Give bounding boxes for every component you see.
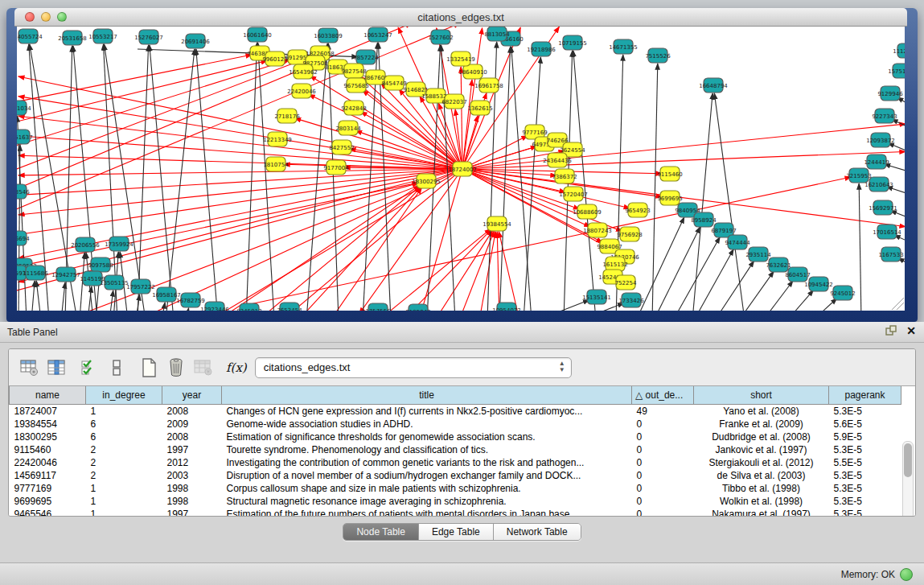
column-header-pagerank[interactable]: pagerank	[829, 386, 901, 405]
table-row[interactable]: 1938455462009Genome-wide association stu…	[10, 418, 901, 431]
graph-node[interactable]: 1167533	[878, 247, 903, 262]
graph-node[interactable]: 16648794	[699, 78, 728, 93]
graph-node[interactable]: 14055724	[17, 29, 43, 43]
graph-node[interactable]: 9097588	[88, 257, 113, 272]
graph-node[interactable]: 1615132	[602, 257, 627, 271]
graph-node[interactable]: 2051637	[17, 130, 33, 144]
graph-node[interactable]: 752254	[615, 275, 637, 290]
column-header-year[interactable]: year	[162, 386, 222, 405]
graph-node[interactable]: 16061640	[243, 27, 272, 42]
graph-node[interactable]: 7515526	[645, 48, 671, 63]
graph-node[interactable]: 15720407	[559, 187, 588, 201]
graph-node[interactable]: 1362615	[467, 101, 492, 115]
graph-node[interactable]: 1115686	[23, 266, 48, 280]
graph-node[interactable]: 8245012	[236, 303, 261, 311]
tab-edge-table[interactable]: Edge Table	[419, 524, 494, 540]
table-row[interactable]: 911546021997Tourette syndrome. Phenomeno…	[10, 443, 901, 456]
delete-column-icon[interactable]	[165, 356, 187, 380]
delete-table-icon[interactable]	[192, 356, 215, 380]
graph-node[interactable]: 9177004	[323, 160, 349, 175]
graph-node[interactable]: 9227343	[872, 109, 897, 123]
graph-node[interactable]: 10945422	[804, 277, 833, 291]
graph-node[interactable]: 9115460	[657, 167, 682, 181]
graph-node[interactable]: 17359924	[105, 237, 133, 251]
row-selection-icon[interactable]	[78, 356, 101, 380]
tab-network-table[interactable]: Network Table	[494, 524, 581, 540]
graph-node[interactable]: 9245012	[830, 286, 855, 300]
table-row[interactable]: 1456911722003Disruption of a novel membe…	[10, 469, 901, 482]
graph-node[interactable]: 1743546	[17, 184, 30, 199]
graph-node[interactable]: 2803144	[335, 121, 361, 135]
graph-node[interactable]: 8958924	[691, 212, 717, 227]
column-header-name[interactable]: name	[10, 386, 86, 405]
table-scrollbar[interactable]	[902, 441, 914, 517]
graph-node[interactable]: 16033809	[314, 28, 343, 43]
column-header-in_degree[interactable]: in_degree	[86, 386, 162, 405]
graph-node[interactable]: 7857224	[353, 50, 379, 64]
graph-node[interactable]: 15135141	[582, 290, 611, 304]
table-row[interactable]: 969969511998Structural magnetic resonanc…	[10, 495, 901, 508]
graph-node[interactable]: 1527602	[428, 30, 453, 44]
column-header-short[interactable]: short	[694, 386, 829, 405]
close-panel-icon[interactable]: ✕	[906, 325, 916, 336]
graph-node[interactable]: 10621034	[17, 101, 31, 115]
table-scrollbar-thumb[interactable]	[904, 443, 912, 477]
graph-node[interactable]: 8604517	[785, 267, 810, 282]
graph-node[interactable]: 19384554	[483, 216, 511, 231]
table-row[interactable]: 946554611997Estimation of the future num…	[10, 508, 901, 517]
graph-node[interactable]: 17957222	[126, 279, 155, 294]
graph-node[interactable]: 2718176	[274, 109, 300, 123]
float-panel-icon[interactable]	[885, 325, 897, 336]
graph-node[interactable]: 10954022	[492, 303, 521, 311]
graph-node[interactable]: 10653247	[363, 27, 392, 42]
form-view-icon[interactable]	[105, 356, 128, 380]
graph-node[interactable]: 14671355	[609, 39, 638, 54]
graph-node[interactable]: 6822037	[441, 94, 466, 109]
graph-node[interactable]: 12213349	[263, 132, 292, 146]
graph-node[interactable]: 10688609	[573, 204, 602, 219]
graph-node[interactable]: 2935114	[745, 247, 771, 262]
graph-node[interactable]: 12093872	[866, 133, 895, 147]
graph-node[interactable]: 9675685	[343, 78, 368, 93]
graph-node[interactable]: 15692971	[869, 200, 897, 215]
column-header-out_degree[interactable]: △ out_de...	[632, 386, 694, 405]
column-header-title[interactable]: title	[222, 386, 632, 405]
graph-node[interactable]: 9242848	[341, 101, 366, 115]
graph-node[interactable]: 3215953	[846, 168, 871, 183]
graph-node[interactable]: 19218986	[527, 42, 556, 56]
table-mode-icon[interactable]	[18, 356, 41, 380]
table-selector-dropdown[interactable]: citations_edges.txt▲▼	[255, 357, 572, 378]
graph-node[interactable]: 1757556	[365, 303, 391, 311]
new-column-icon[interactable]	[138, 356, 160, 380]
graph-node[interactable]: 7386372	[552, 169, 577, 183]
graph-node[interactable]: 1733426	[618, 293, 644, 307]
graph-node[interactable]: 7653454	[277, 303, 302, 311]
graph-node[interactable]: 20691406	[181, 34, 210, 48]
graph-node[interactable]: 11123054	[893, 43, 905, 58]
graph-node[interactable]: 9756928	[617, 227, 642, 241]
graph-node[interactable]: 9129946	[877, 86, 903, 101]
graph-node[interactable]: 8813054	[484, 27, 510, 41]
graph-node[interactable]: 7632621	[766, 257, 791, 272]
window-resize-grip[interactable]	[892, 298, 904, 310]
graph-node[interactable]: 15751074	[888, 64, 905, 78]
tab-node-table[interactable]: Node Table	[343, 524, 419, 540]
graph-node[interactable]: 9474444	[725, 235, 750, 249]
table-row[interactable]: 2242004622012Investigating the contribut…	[10, 456, 901, 469]
graph-node[interactable]: 9960123	[262, 51, 287, 66]
graph-node[interactable]: 20206556	[71, 237, 100, 252]
graph-node[interactable]: 9185043	[405, 304, 430, 311]
graph-node[interactable]: 1244419	[864, 154, 889, 169]
memory-status-icon[interactable]	[900, 568, 913, 581]
graph-node[interactable]: 13325419	[446, 51, 475, 66]
table-row[interactable]: 1830029562008Estimation of significance …	[10, 431, 901, 443]
table-row[interactable]: 977716911998Corpus callosum shape and si…	[10, 482, 901, 495]
graph-node[interactable]: 1810754	[263, 157, 289, 171]
graph-node[interactable]: 9654923	[625, 203, 650, 217]
graph-node[interactable]: 12942757	[51, 267, 80, 282]
graph-node[interactable]: 15276027	[134, 30, 163, 44]
column-display-icon[interactable]	[46, 356, 68, 380]
table-row[interactable]: 1872400712008Changes of HCN gene express…	[10, 405, 901, 418]
graph-node[interactable]: 9699695	[657, 191, 682, 205]
network-canvas[interactable]: 1405572420531658105532171527602720691406…	[17, 27, 905, 311]
